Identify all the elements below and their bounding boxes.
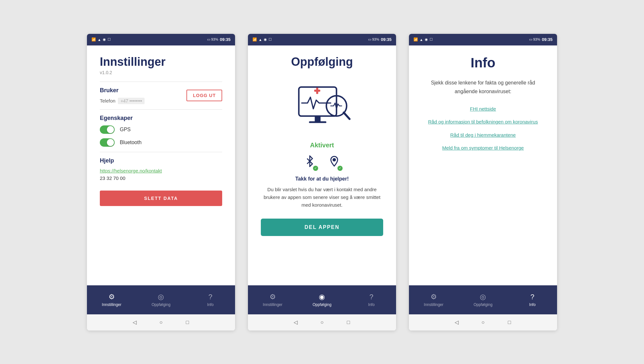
- settings-icon-2: ⚙: [270, 293, 276, 301]
- location-icon: ◉: [103, 37, 106, 42]
- nav-innstillinger-1[interactable]: ⚙ Innstillinger: [87, 285, 136, 314]
- info-description: Sjekk disse lenkene for fakta og generel…: [422, 78, 544, 96]
- icons-row: ✓ ✓: [261, 155, 383, 170]
- status-left-2: 📶 ▲ ◉ ☐: [252, 37, 272, 42]
- bluetooth-label: Bluetooth: [120, 140, 142, 145]
- recent-button-3[interactable]: □: [506, 319, 513, 326]
- status-left-1: 📶 ▲ ◉ ☐: [91, 37, 111, 42]
- recent-button-1[interactable]: □: [184, 319, 191, 326]
- divider-3: [100, 152, 222, 152]
- divider-2: [100, 109, 222, 110]
- telefon-value: +47 ••••••••: [118, 98, 145, 104]
- svg-point-7: [333, 158, 336, 161]
- egenskaper-label: Egenskaper: [100, 115, 222, 122]
- status-left-3: 📶 ▲ ◉ ☐: [413, 37, 433, 42]
- nfc-icon: ☐: [108, 37, 111, 42]
- nav-info-1[interactable]: ? Info: [186, 285, 235, 314]
- back-button-3[interactable]: ◁: [453, 319, 460, 326]
- status-time-1: 09:35: [220, 37, 231, 42]
- status-right-1: ▭ 93% 09:35: [207, 37, 231, 42]
- link-hjemmekarantene[interactable]: Råd til deg i hjemmekarantene: [422, 132, 544, 139]
- tracking-icon-3: ◎: [480, 293, 486, 301]
- gps-toggle[interactable]: [100, 125, 115, 134]
- gps-label: GPS: [120, 127, 131, 133]
- slett-data-button[interactable]: SLETT DATA: [100, 191, 222, 206]
- telefon-row: Telefon +47 ••••••••: [100, 98, 145, 104]
- nav-info-label-3: Info: [529, 302, 535, 307]
- nav-innstillinger-label-1: Innstillinger: [102, 302, 121, 307]
- oppfolging-title: Oppfølging: [261, 55, 383, 69]
- back-button-2[interactable]: ◁: [292, 319, 299, 326]
- nav-info-label-1: Info: [207, 302, 213, 307]
- link-symptomer[interactable]: Meld fra om symptomer til Helsenorge: [422, 144, 544, 152]
- location-icon-3: ◉: [425, 37, 428, 42]
- home-button-3[interactable]: ○: [479, 319, 487, 326]
- svg-rect-1: [315, 116, 321, 122]
- battery-icon-2: ▭ 93%: [368, 37, 379, 42]
- nav-innstillinger-label-2: Innstillinger: [263, 302, 282, 307]
- nfc-icon-3: ☐: [430, 37, 433, 42]
- home-button-2[interactable]: ○: [318, 319, 326, 326]
- home-button-1[interactable]: ○: [157, 319, 165, 326]
- gps-toggle-row: GPS: [100, 125, 222, 134]
- del-appen-button[interactable]: DEL APPEN: [261, 219, 383, 236]
- status-bar-1: 📶 ▲ ◉ ☐ ▭ 93% 09:35: [87, 34, 235, 45]
- settings-icon: ⚙: [109, 293, 115, 301]
- sim-icon-3: 📶: [413, 37, 418, 42]
- hjelp-link[interactable]: https://helsenorge.no/kontakt: [100, 168, 222, 173]
- recent-button-2[interactable]: □: [345, 319, 352, 326]
- link-fhi[interactable]: FHI nettside: [422, 105, 544, 113]
- bluetooth-status-icon: ✓: [304, 155, 316, 170]
- version-label: v1.0.2: [100, 70, 222, 75]
- innstillinger-content: Innstillinger v1.0.2 Bruker Telefon +47 …: [87, 45, 235, 285]
- phones-container: 📶 ▲ ◉ ☐ ▭ 93% 09:35 Innstillinger v1.0.2…: [0, 0, 644, 364]
- info-title: Info: [422, 55, 544, 71]
- oppfolging-content: Oppfølging: [248, 45, 396, 285]
- bottom-nav-3: ⚙ Innstillinger ◎ Oppfølging ? Info: [409, 285, 557, 314]
- nfc-icon-2: ☐: [269, 37, 272, 42]
- sim-icon: 📶: [91, 37, 96, 42]
- phone-info: 📶 ▲ ◉ ☐ ▭ 93% 09:35 Info Sjekk disse len…: [409, 34, 557, 330]
- bruker-label: Bruker: [100, 87, 145, 94]
- divider-1: [100, 82, 222, 82]
- settings-icon-3: ⚙: [431, 293, 437, 301]
- wifi-icon: ▲: [98, 38, 101, 42]
- android-nav-3: ◁ ○ □: [409, 314, 557, 330]
- svg-line-6: [344, 113, 350, 119]
- bluetooth-toggle[interactable]: [100, 138, 115, 147]
- bluetooth-check-badge: ✓: [313, 166, 318, 171]
- nav-oppfolging-2[interactable]: ◉ Oppfølging: [297, 285, 346, 314]
- status-bar-2: 📶 ▲ ◉ ☐ ▭ 93% 09:35: [248, 34, 396, 45]
- nav-oppfolging-3[interactable]: ◎ Oppfølging: [458, 285, 507, 314]
- battery-icon-1: ▭ 93%: [207, 37, 218, 42]
- logg-ut-button[interactable]: LOGG UT: [186, 90, 222, 101]
- status-right-2: ▭ 93% 09:35: [368, 37, 392, 42]
- description-text: Du blir varslet hvis du har vært i konta…: [261, 186, 383, 209]
- link-rad-info[interactable]: Råd og informasjon til befolkningen om k…: [422, 118, 544, 126]
- nav-info-2[interactable]: ? Info: [347, 285, 396, 314]
- wifi-icon-2: ▲: [259, 38, 262, 42]
- location-status-icon: ✓: [328, 155, 340, 170]
- info-icon-active: ?: [530, 293, 534, 301]
- nav-info-3[interactable]: ? Info: [508, 285, 557, 314]
- monitor-icon-container: [261, 78, 383, 136]
- takk-text: Takk for at du hjelper!: [261, 176, 383, 182]
- nav-oppfolging-1[interactable]: ◎ Oppfølging: [136, 285, 185, 314]
- android-nav-2: ◁ ○ □: [248, 314, 396, 330]
- back-button-1[interactable]: ◁: [131, 319, 138, 326]
- nav-info-label-2: Info: [368, 302, 374, 307]
- bruker-section: Bruker Telefon +47 •••••••• LOGG UT: [100, 87, 222, 104]
- info-icon-1: ?: [208, 293, 212, 301]
- phone-innstillinger: 📶 ▲ ◉ ☐ ▭ 93% 09:35 Innstillinger v1.0.2…: [87, 34, 235, 330]
- telefon-label: Telefon: [100, 98, 115, 103]
- svg-rect-2: [309, 121, 327, 123]
- android-nav-1: ◁ ○ □: [87, 314, 235, 330]
- hjelp-phone: 23 32 70 00: [100, 175, 222, 181]
- phone-oppfolging: 📶 ▲ ◉ ☐ ▭ 93% 09:35 Oppfølging: [248, 34, 396, 330]
- bottom-nav-1: ⚙ Innstillinger ◎ Oppfølging ? Info: [87, 285, 235, 314]
- location-icon-2: ◉: [264, 37, 267, 42]
- nav-innstillinger-3[interactable]: ⚙ Innstillinger: [409, 285, 458, 314]
- nav-innstillinger-2[interactable]: ⚙ Innstillinger: [248, 285, 297, 314]
- bottom-nav-2: ⚙ Innstillinger ◉ Oppfølging ? Info: [248, 285, 396, 314]
- nav-innstillinger-label-3: Innstillinger: [424, 302, 443, 307]
